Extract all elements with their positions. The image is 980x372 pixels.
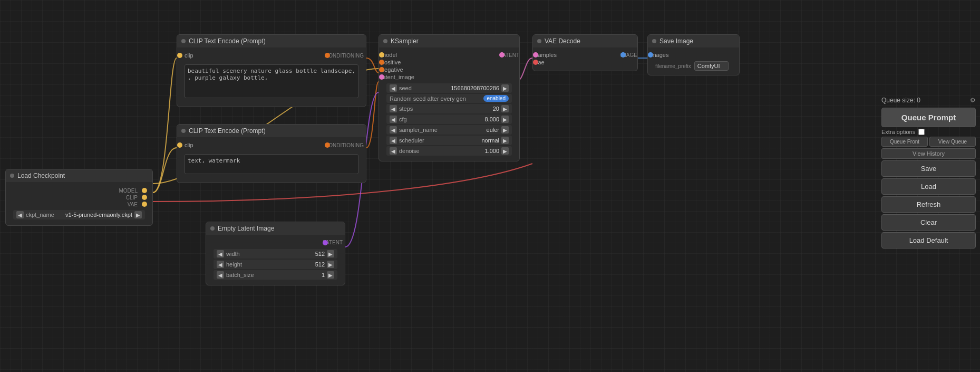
scheduler-next-btn[interactable]: ▶ — [501, 137, 509, 144]
denoise-prev-btn[interactable]: ◀ — [390, 147, 397, 155]
load-checkpoint-node: Load Checkpoint MODEL CLIP VAE ◀ ckpt_na… — [5, 169, 153, 226]
denoise-next-btn[interactable]: ▶ — [501, 147, 509, 155]
steps-prev-btn[interactable]: ◀ — [390, 105, 397, 112]
sampler-prev-btn[interactable]: ◀ — [390, 126, 397, 133]
clip-text-encode-2-node: CLIP Text Encode (Prompt) clip CONDITION… — [177, 124, 366, 183]
view-history-button[interactable]: View History — [881, 148, 976, 159]
vae-decode-title: VAE Decode — [545, 37, 580, 45]
ksampler-header: KSampler — [379, 35, 519, 47]
sub-buttons-row: Queue Front View Queue — [881, 137, 976, 147]
seed-param: ◀ seed 156680208700286 ▶ — [386, 83, 512, 93]
batch-next-btn[interactable]: ▶ — [327, 271, 334, 279]
clear-button[interactable]: Clear — [881, 214, 976, 231]
random-seed-param: Random seed after every gen enabled — [386, 94, 512, 103]
steps-next-btn[interactable]: ▶ — [501, 105, 509, 112]
ksampler-title: KSampler — [391, 37, 419, 45]
seed-prev-btn[interactable]: ◀ — [390, 84, 397, 92]
filename-prefix-input[interactable] — [694, 61, 729, 71]
queue-size-label: Queue size: 0 — [881, 97, 920, 104]
vae-decode-header: VAE Decode — [533, 35, 637, 47]
width-prev-btn[interactable]: ◀ — [217, 250, 224, 257]
clip-port-label: CLIP — [126, 195, 138, 201]
scheduler-prev-btn[interactable]: ◀ — [390, 137, 397, 144]
width-label: width — [226, 251, 280, 257]
cfg-param: ◀ cfg 8.000 ▶ — [386, 115, 512, 124]
steps-value: 20 — [457, 106, 499, 112]
conditioning-out-label-2: CONDITIONING — [325, 142, 364, 148]
ckpt-prev-btn[interactable]: ◀ — [16, 211, 24, 218]
save-image-node: Save Image images filename_prefix — [647, 34, 740, 75]
cfg-prev-btn[interactable]: ◀ — [390, 116, 397, 123]
width-value: 512 — [283, 251, 325, 257]
vae-decode-image-out[interactable] — [620, 52, 626, 58]
scheduler-value: normal — [457, 137, 499, 144]
node-status-dot-1 — [181, 39, 186, 43]
load-default-button[interactable]: Load Default — [881, 232, 976, 249]
ksampler-positive-in[interactable] — [379, 60, 384, 65]
sampler-next-btn[interactable]: ▶ — [501, 126, 509, 133]
ksampler-negative-in[interactable] — [379, 67, 384, 72]
clip-in-label-1: clip — [185, 52, 193, 59]
latent-out-port[interactable] — [323, 240, 328, 245]
queue-prompt-button[interactable]: Queue Prompt — [881, 108, 976, 127]
clip-in-label-2: clip — [185, 142, 193, 148]
extra-options-checkbox[interactable] — [918, 129, 925, 135]
ksampler-model-in[interactable] — [379, 52, 384, 58]
filename-prefix-label: filename_prefix — [655, 63, 691, 69]
settings-gear-icon[interactable]: ⚙ — [970, 97, 976, 104]
save-button[interactable]: Save — [881, 160, 976, 177]
batch-size-param: ◀ batch_size 1 ▶ — [214, 270, 337, 280]
ckpt-param-row[interactable]: ◀ ckpt_name v1-5-pruned-emaonly.ckpt ▶ — [13, 210, 145, 220]
clip-text-encode-1-title: CLIP Text Encode (Prompt) — [189, 37, 266, 45]
right-panel: Queue size: 0 ⚙ Queue Prompt Extra optio… — [877, 92, 980, 253]
steps-param: ◀ steps 20 ▶ — [386, 104, 512, 113]
empty-latent-header: Empty Latent Image — [206, 222, 345, 235]
cfg-next-btn[interactable]: ▶ — [501, 116, 509, 123]
ksampler-latent-in[interactable] — [379, 74, 384, 80]
queue-front-button[interactable]: Queue Front — [881, 137, 928, 147]
empty-latent-title: Empty Latent Image — [218, 225, 274, 232]
node-status-dot-5 — [537, 39, 541, 43]
save-image-header: Save Image — [648, 35, 739, 47]
cfg-label: cfg — [399, 116, 455, 122]
node-status-dot-4 — [383, 39, 387, 43]
canvas: Load Checkpoint MODEL CLIP VAE ◀ ckpt_na… — [0, 0, 980, 372]
batch-value: 1 — [283, 272, 325, 278]
clip-in-port-2[interactable] — [177, 142, 182, 148]
clip-output-port[interactable] — [142, 195, 147, 200]
model-output-port[interactable] — [142, 188, 147, 193]
random-seed-toggle[interactable]: enabled — [483, 95, 509, 102]
vae-output-port[interactable] — [142, 202, 147, 207]
save-image-in[interactable] — [648, 52, 653, 58]
vae-decode-samples-in[interactable] — [533, 52, 538, 58]
clip-text-input-1[interactable] — [185, 64, 358, 98]
clip-in-port-1[interactable] — [177, 53, 182, 58]
clip-text-input-2[interactable] — [185, 154, 358, 174]
load-button[interactable]: Load — [881, 178, 976, 195]
extra-options-label: Extra options — [881, 129, 915, 135]
denoise-param: ◀ denoise 1.000 ▶ — [386, 146, 512, 156]
scheduler-label: scheduler — [399, 137, 455, 144]
refresh-button[interactable]: Refresh — [881, 196, 976, 213]
save-image-title: Save Image — [659, 37, 693, 45]
denoise-value: 1.000 — [457, 148, 499, 154]
ckpt-next-btn[interactable]: ▶ — [134, 211, 142, 218]
ksampler-latent-label: latent_image — [381, 74, 414, 80]
steps-label: steps — [399, 106, 455, 112]
batch-label: batch_size — [226, 272, 280, 278]
view-queue-button[interactable]: View Queue — [929, 137, 976, 147]
height-next-btn[interactable]: ▶ — [327, 261, 334, 268]
height-value: 512 — [283, 261, 325, 268]
vae-decode-vae-in[interactable] — [533, 60, 538, 65]
height-label: height — [226, 261, 280, 268]
seed-label: seed — [399, 85, 449, 91]
batch-prev-btn[interactable]: ◀ — [217, 271, 224, 279]
conditioning-out-label-1: CONDITIONING — [325, 53, 364, 59]
seed-next-btn[interactable]: ▶ — [501, 84, 509, 92]
ksampler-negative-label: negative — [381, 66, 403, 73]
height-prev-btn[interactable]: ◀ — [217, 261, 224, 268]
width-next-btn[interactable]: ▶ — [327, 250, 334, 257]
node-status-dot — [10, 174, 14, 178]
node-status-dot-2 — [181, 129, 186, 133]
extra-options-row: Extra options — [881, 129, 976, 135]
